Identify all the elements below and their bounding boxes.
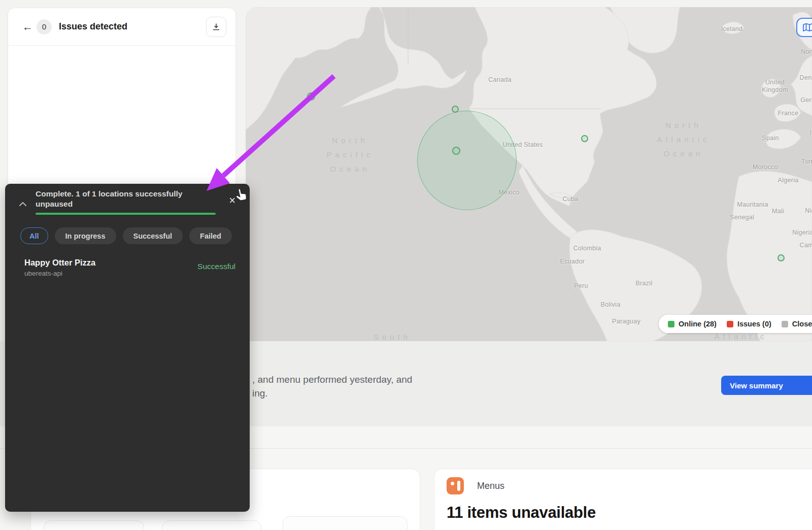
map-country-label: Germany [800,96,812,104]
menus-icon [447,477,464,494]
menus-card: Menus 11 items unavailable [434,469,812,530]
filter-chip-in-progress[interactable]: In progress [55,227,116,244]
map-country-label: Denmark [800,74,812,82]
map-icon [803,23,812,31]
download-button[interactable] [206,17,226,37]
legend-swatch [727,321,733,327]
location-marker[interactable] [777,254,785,261]
map-country-label: Canada [488,76,512,84]
map-country-label: Italy [810,129,812,137]
map-legend: Online (28)Issues (0)Closed [659,315,812,333]
issues-count-badge: 0 [37,19,52,35]
action-chip[interactable] [44,520,144,530]
location-marker[interactable] [452,147,460,155]
location-marker[interactable] [581,135,588,142]
status-text: Successful [197,262,235,277]
location-result-row[interactable]: Happy Otter Pizza ubereats-api Successfu… [24,258,235,277]
summary-banner-line2: ing. [252,386,412,400]
map-country-label: Iceland [721,25,742,33]
legend-item: Issues (0) [727,320,771,328]
issues-panel-title: Issues detected [59,21,206,32]
legend-swatch [668,321,674,327]
map-ocean-label: South [374,330,411,341]
filter-chip-all[interactable]: All [20,227,48,244]
map-country-label: France [778,110,799,117]
download-icon [212,23,220,31]
map-country-label: Algeria [777,177,798,184]
action-chip[interactable] [162,520,261,530]
divider [8,45,235,46]
toast-filter-chips: AllIn progressSuccessfulFailed [20,227,232,244]
map-ocean-label: NorthAtlanticOcean [657,118,710,161]
bulk-action-toast: Complete. 1 of 1 locations successfully … [5,184,250,512]
location-marker[interactable] [307,92,315,101]
map-ocean-label: NorthPacificOcean [326,134,374,176]
location-name: Happy Otter Pizza [24,258,95,268]
map-country-label: Cuba [562,195,578,203]
toast-title: Complete. 1 of 1 locations successfully … [36,189,203,209]
map-country-label: Morocco [753,163,778,171]
map-country-label: Paraguay [612,318,640,325]
map-country-label: Ecuador [560,258,585,266]
map-country-label: Mauritania [737,201,768,209]
app-root: CanadaUnited StatesMexicoCubaColombiaEcu… [0,0,812,530]
legend-item: Online (28) [668,320,717,328]
progress-bar [36,213,216,215]
legend-item: Closed [782,320,812,328]
map-country-label: Norway [801,48,812,56]
land-siberia [246,7,371,130]
filter-chip-successful[interactable]: Successful [123,227,183,244]
menus-headline: 11 items unavailable [447,504,596,522]
summary-banner-line1: , and menu performed yesterday, and [252,373,412,386]
legend-swatch [782,321,788,327]
map-country-label: Niger [805,207,812,215]
back-icon[interactable]: ← [22,21,37,33]
summary-banner-text: , and menu performed yesterday, and ing. [252,373,412,400]
view-summary-button[interactable]: View summary [721,376,812,395]
issues-panel-header: ← 0 Issues detected [8,8,235,45]
map-country-label: Peru [574,282,588,290]
map-country-label: Spain [762,135,779,142]
map-country-label: Colombia [573,245,601,252]
location-marker[interactable] [452,106,459,113]
map-country-label: Cameroon [800,242,812,249]
map-country-label: Mali [772,208,784,215]
coverage-circle [417,111,517,210]
map-country-label: Nigeria [792,229,812,237]
close-icon[interactable]: × [229,195,235,206]
collapse-chevron-icon[interactable] [19,199,26,208]
location-channel: ubereats-api [24,270,95,277]
filter-chip-failed[interactable]: Failed [189,227,232,244]
map-country-label: Senegal [730,214,754,221]
menus-card-label: Menus [477,481,504,491]
map-country-label: Tunisia [801,158,812,165]
map-country-label: Bolivia [601,301,621,309]
locations-map[interactable]: CanadaUnited StatesMexicoCubaColombiaEcu… [246,7,812,341]
map-country-label: Brazil [635,280,652,287]
map-view-toggle-button[interactable] [796,18,812,37]
action-chip[interactable] [283,516,408,530]
map-country-label: United Kingdom [762,79,788,94]
